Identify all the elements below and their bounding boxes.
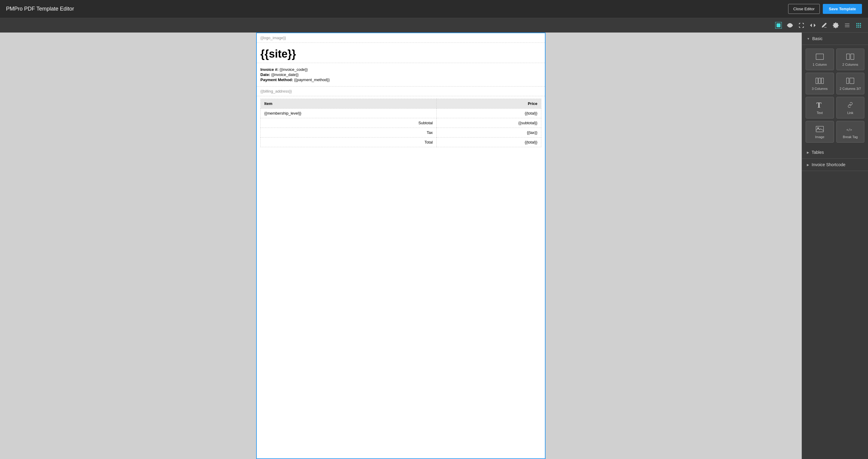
layout-icon[interactable] <box>775 22 782 29</box>
two-columns-37-icon <box>846 77 855 85</box>
svg-rect-9 <box>857 25 858 26</box>
logo-placeholder: {{logo_image}} <box>260 36 286 40</box>
date-value: {{invoice_date}} <box>271 73 299 77</box>
total-value: {{total}} <box>436 138 541 147</box>
basic-arrow-icon: ▼ <box>807 37 810 40</box>
svg-rect-17 <box>851 54 854 60</box>
tables-section-header[interactable]: ▶ Tables <box>802 146 868 159</box>
toolbar <box>0 18 868 33</box>
subtotal-row: Subtotal {{subtotal}} <box>261 118 541 128</box>
text-item[interactable]: T Text <box>806 97 834 118</box>
svg-rect-22 <box>850 78 854 84</box>
header-buttons: Close Editor Save Template <box>788 4 862 14</box>
svg-rect-10 <box>858 25 859 26</box>
invoice-number-value: {{invoice_code}} <box>280 67 308 72</box>
three-columns-icon <box>815 77 824 85</box>
panel-items-grid: 1 Column 2 Columns <box>802 45 868 146</box>
grid-icon[interactable] <box>855 22 862 29</box>
tax-row: Tax {{tax}} <box>261 128 541 138</box>
svg-rect-16 <box>846 54 850 60</box>
one-column-label: 1 Column <box>812 63 827 66</box>
payment-method-line: Payment Method: {{payment_method}} <box>260 78 541 82</box>
basic-section-label: Basic <box>812 36 823 41</box>
canvas-document: {{logo_image}} {{site}} Invoice #: {{inv… <box>256 33 546 459</box>
main-layout: {{logo_image}} {{site}} Invoice #: {{inv… <box>0 33 868 459</box>
save-template-button[interactable]: Save Template <box>823 4 862 14</box>
text-icon: T <box>815 101 824 109</box>
invoice-number-label: Invoice #: <box>260 67 278 72</box>
table-row: {{membership_level}} {{total}} <box>261 109 541 118</box>
two-columns-37-label: 2 Columns 3/7 <box>840 87 861 90</box>
total-label: Total <box>261 138 437 147</box>
two-columns-icon <box>846 53 855 61</box>
image-label: Image <box>815 135 824 139</box>
svg-rect-13 <box>858 27 859 27</box>
three-columns-label: 3 Columns <box>812 87 828 90</box>
header: PMPro PDF Template Editor Close Editor S… <box>0 0 868 18</box>
two-columns-label: 2 Columns <box>842 63 858 66</box>
settings-icon[interactable] <box>832 22 839 29</box>
date-line: Date: {{invoice_date}} <box>260 73 541 77</box>
invoice-table: Item Price {{membership_level}} {{total}… <box>260 98 541 147</box>
right-panel: ▼ Basic 1 Column <box>802 33 868 459</box>
date-label: Date: <box>260 73 270 77</box>
invoice-number-line: Invoice #: {{invoice_code}} <box>260 67 541 72</box>
svg-text:T: T <box>816 101 822 109</box>
payment-method-value: {{payment_method}} <box>294 78 330 82</box>
invoice-shortcode-arrow-icon: ▶ <box>807 163 809 167</box>
tables-arrow-icon: ▶ <box>807 151 809 154</box>
svg-rect-14 <box>860 27 861 27</box>
svg-rect-24 <box>816 126 824 132</box>
fullscreen-icon[interactable] <box>798 22 805 29</box>
close-editor-button[interactable]: Close Editor <box>788 4 820 14</box>
col-item-header: Item <box>261 99 437 109</box>
app-title: PMPro PDF Template Editor <box>6 6 74 12</box>
break-tag-item[interactable]: </> Break Tag <box>836 121 865 143</box>
logo-section: {{logo_image}} <box>257 33 545 43</box>
svg-text:</>: </> <box>846 128 852 132</box>
site-name: {{site}} <box>257 43 545 63</box>
svg-rect-12 <box>857 27 858 27</box>
image-icon <box>815 125 824 133</box>
tax-value: {{tax}} <box>436 128 541 138</box>
invoice-shortcode-section-header[interactable]: ▶ Invoice Shortcode <box>802 159 868 171</box>
code-icon[interactable] <box>809 22 816 29</box>
svg-rect-0 <box>777 24 780 27</box>
svg-rect-11 <box>860 25 861 26</box>
subtotal-label: Subtotal <box>261 118 437 128</box>
preview-icon[interactable] <box>786 22 793 29</box>
break-tag-icon: </> <box>846 125 855 133</box>
menu-icon[interactable] <box>844 22 850 29</box>
invoice-shortcode-section-label: Invoice Shortcode <box>812 162 845 167</box>
svg-rect-18 <box>816 78 818 84</box>
svg-rect-19 <box>818 78 821 84</box>
two-columns-item[interactable]: 2 Columns <box>836 49 865 70</box>
pen-icon[interactable] <box>821 22 828 29</box>
tax-label: Tax <box>261 128 437 138</box>
basic-section-header[interactable]: ▼ Basic <box>802 33 868 45</box>
two-columns-37-item[interactable]: 2 Columns 3/7 <box>836 73 865 94</box>
three-columns-item[interactable]: 3 Columns <box>806 73 834 94</box>
link-item[interactable]: Link <box>836 97 865 118</box>
total-cell: {{total}} <box>436 109 541 118</box>
total-row: Total {{total}} <box>261 138 541 147</box>
payment-method-label: Payment Method: <box>260 78 293 82</box>
subtotal-value: {{subtotal}} <box>436 118 541 128</box>
image-item[interactable]: Image <box>806 121 834 143</box>
svg-rect-7 <box>858 23 859 24</box>
link-label: Link <box>847 111 853 115</box>
svg-rect-8 <box>860 23 861 24</box>
svg-rect-6 <box>857 23 858 24</box>
table-header-row: Item Price <box>261 99 541 109</box>
one-column-item[interactable]: 1 Column <box>806 49 834 70</box>
billing-address: {{billing_address}} <box>257 87 545 96</box>
break-tag-label: Break Tag <box>843 135 858 139</box>
link-icon <box>846 101 855 109</box>
tables-section-label: Tables <box>812 150 824 155</box>
membership-level-cell: {{membership_level}} <box>261 109 437 118</box>
canvas-area: {{logo_image}} {{site}} Invoice #: {{inv… <box>0 33 802 459</box>
one-column-icon <box>815 53 824 61</box>
svg-rect-15 <box>816 54 824 60</box>
svg-rect-21 <box>846 78 849 84</box>
svg-point-1 <box>789 24 791 26</box>
